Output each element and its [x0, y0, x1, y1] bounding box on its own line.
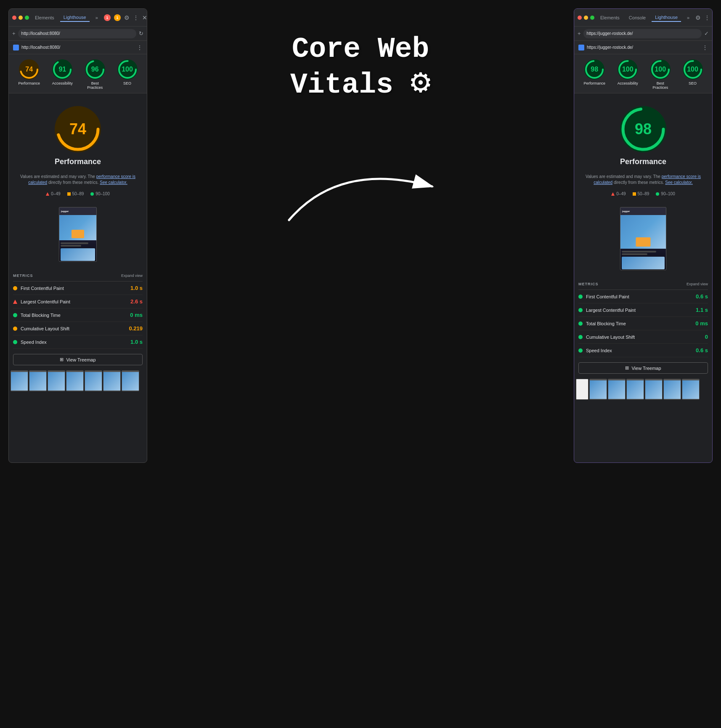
tab-lighthouse-left[interactable]: Lighthouse [60, 13, 90, 22]
right-fcp-indicator [578, 295, 583, 299]
left-metric-lcp-left: Largest Contentful Paint [13, 299, 70, 304]
more-icon-left[interactable]: ⋮ [133, 14, 139, 21]
fullscreen-dot[interactable] [25, 16, 29, 20]
main-container: Elements Lighthouse » 1 1 ⚙ ⋮ ✕ + ↻ http… [0, 0, 721, 728]
right-treemap-btn[interactable]: ⊞ View Treemap [578, 362, 708, 374]
right-fullscreen-dot[interactable] [590, 16, 594, 20]
right-metric-cls: Cumulative Layout Shift 0 [578, 330, 708, 344]
legend-green-icon-right [656, 192, 659, 196]
address-input-left[interactable] [18, 29, 136, 38]
legend-triangle-icon-right [611, 192, 615, 196]
site-url-left: http://localhost:8080/ [21, 45, 60, 50]
right-metrics-header: METRICS Expand view [578, 279, 708, 290]
score-circle-accessibility-right: 100 [618, 59, 638, 80]
close-dot[interactable] [12, 16, 16, 20]
right-screenshot-area: jugger [574, 199, 712, 279]
right-thumb-content [620, 249, 666, 270]
more-btn-left[interactable]: ⋮ [137, 44, 143, 51]
score-label-seo-left: SEO [123, 81, 131, 85]
error-badge-left: 1 [104, 14, 111, 21]
more-btn-right[interactable]: ⋮ [702, 44, 708, 51]
score-circle-performance-left: 74 [19, 59, 39, 80]
left-big-circle: 74 [55, 106, 101, 152]
reload-btn-right[interactable]: ✓ [704, 30, 709, 37]
tab-elements-left[interactable]: Elements [32, 14, 58, 21]
left-treemap-btn[interactable]: ⊞ View Treemap [13, 354, 143, 365]
lff4-img [66, 372, 83, 391]
right-big-circle: 98 [620, 106, 666, 152]
score-accessibility-right: 100 Accessibility [618, 59, 638, 90]
left-metric-si: Speed Index 1.0 s [13, 335, 143, 349]
tab-lighthouse-right[interactable]: Lighthouse [652, 13, 681, 22]
tab-more-right[interactable]: » [684, 14, 693, 21]
left-tbt-indicator [13, 313, 17, 317]
left-expand-view[interactable]: Expand view [121, 274, 143, 278]
legend-triangle-icon-left [46, 192, 49, 196]
left-metric-fcp: First Contentful Paint 1.0 s [13, 282, 143, 295]
settings-icon-left[interactable]: ⚙ [124, 14, 130, 21]
legend-red-right: 0–49 [611, 191, 626, 196]
rff6-bot [682, 399, 699, 400]
close-icon-left[interactable]: ✕ [142, 14, 147, 21]
left-si-name: Speed Index [21, 340, 47, 345]
left-screenshot-thumb: jugger [59, 207, 97, 262]
lff3-img [48, 372, 65, 391]
rff5-img [664, 380, 681, 399]
address-input-right[interactable] [583, 29, 702, 38]
legend-red-left: 0–49 [46, 191, 60, 196]
right-film-frame-6 [682, 379, 700, 400]
right-thumb-img2 [622, 257, 665, 269]
calculator-link-left[interactable]: See calculator. [100, 180, 127, 185]
settings-icon-right[interactable]: ⚙ [695, 14, 701, 21]
score-num-seo-right: 100 [687, 66, 698, 73]
site-url-right: https://jugger-rostock.de/ [587, 45, 633, 50]
left-lcp-name: Largest Contentful Paint [21, 299, 70, 304]
tab-console-right[interactable]: Console [626, 14, 649, 21]
lff2-bot [29, 391, 46, 391]
score-seo-right: 100 SEO [683, 59, 703, 90]
right-metric-lcp-left: Largest Contentful Paint [578, 308, 636, 313]
gear-icon: ⚙️ [411, 65, 431, 102]
left-metric-fcp-left: First Contentful Paint [13, 286, 64, 291]
score-bestpractices-left: 96 BestPractices [85, 59, 105, 90]
rff1-bot [590, 399, 607, 400]
right-metric-fcp: First Contentful Paint 0.6 s [578, 290, 708, 303]
rff2-img [608, 380, 625, 399]
center-content: Core WebVitals ⚙️ [147, 0, 574, 728]
lff5-img [85, 372, 102, 391]
rff4-bot [645, 399, 662, 400]
tab-elements-right[interactable]: Elements [597, 14, 623, 21]
back-btn-left[interactable]: + [12, 30, 16, 37]
right-lcp-indicator [578, 308, 583, 312]
right-film-strip [574, 379, 712, 400]
score-circle-bestpractices-left: 96 [85, 59, 105, 80]
rff5-bot [664, 399, 681, 400]
reload-btn-left[interactable]: ↻ [139, 30, 143, 37]
left-address-bar: + ↻ [9, 27, 147, 41]
lff4-bot [66, 391, 83, 391]
right-lcp-value: 1.1 s [696, 307, 708, 313]
left-thumb-line-1 [61, 242, 88, 244]
lff7-bot [122, 391, 139, 391]
right-minimize-dot[interactable] [584, 16, 588, 20]
score-accessibility-left: 91 Accessibility [52, 59, 73, 90]
calculator-link-right[interactable]: See calculator. [665, 180, 693, 185]
more-icon-right[interactable]: ⋮ [704, 14, 710, 21]
right-film-frame-1 [589, 379, 607, 400]
left-metrics-header: METRICS Expand view [13, 270, 143, 282]
tab-more-left[interactable]: » [92, 14, 101, 21]
right-close-dot[interactable] [578, 16, 582, 20]
right-thumb-img [620, 215, 666, 249]
left-film-strip [9, 370, 147, 391]
right-metric-tbt-left: Total Blocking Time [578, 321, 626, 326]
left-thumb-img [59, 215, 96, 240]
left-si-indicator [13, 340, 17, 344]
right-lcp-name: Largest Contentful Paint [586, 308, 636, 313]
score-circle-bestpractices-right: 100 [650, 59, 671, 80]
back-btn-right[interactable]: + [578, 30, 581, 37]
right-expand-view[interactable]: Expand view [687, 282, 708, 286]
left-tbt-name: Total Blocking Time [21, 313, 61, 318]
minimize-dot[interactable] [19, 16, 23, 20]
legend-orange-icon-right [633, 192, 636, 196]
right-address-bar: + ✓ [574, 27, 712, 41]
